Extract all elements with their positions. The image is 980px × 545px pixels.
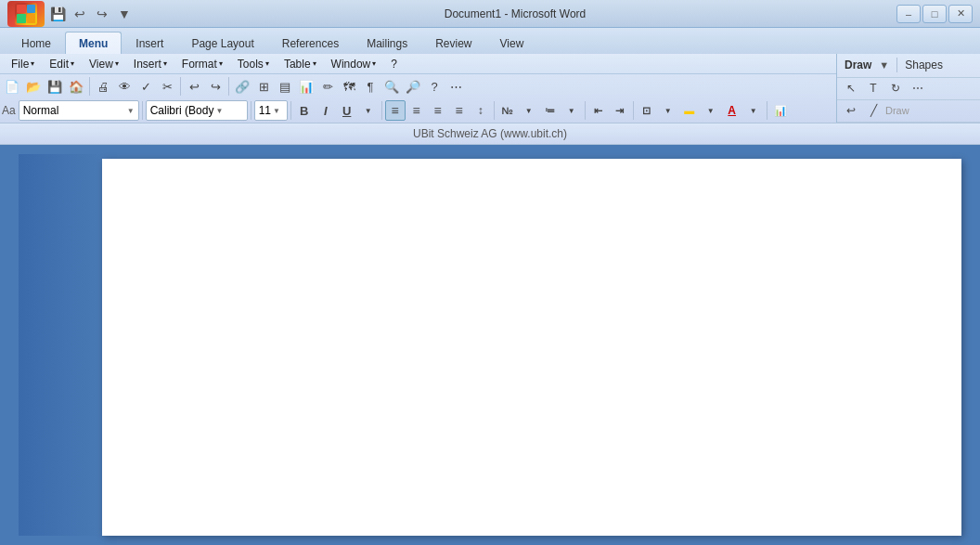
style-dropdown[interactable]: Normal ▼: [19, 100, 139, 121]
drawing-button[interactable]: ✏: [317, 76, 338, 97]
bold-button[interactable]: B: [294, 100, 315, 121]
qat-customize-button[interactable]: ▼: [115, 5, 134, 23]
qat-undo-button[interactable]: ↩: [71, 5, 89, 23]
menu-help[interactable]: ?: [383, 55, 405, 73]
menu-insert[interactable]: Insert ▾: [126, 55, 174, 73]
save-button[interactable]: 💾: [45, 76, 65, 97]
window-title: Document1 - Microsoft Word: [134, 7, 896, 20]
font-arrow-icon: ▼: [215, 107, 223, 115]
document-page[interactable]: [102, 159, 961, 536]
sep-style: [142, 101, 143, 120]
font-color-dropdown[interactable]: ▼: [743, 100, 764, 121]
font-color-button[interactable]: A: [722, 100, 742, 121]
italic-button[interactable]: I: [316, 100, 336, 121]
qat-save-button[interactable]: 💾: [48, 5, 67, 23]
highlight-button[interactable]: ▬: [679, 100, 700, 121]
logo-q4: [27, 14, 36, 23]
close-button[interactable]: ✕: [948, 5, 973, 23]
align-center-button[interactable]: ≡: [406, 100, 427, 121]
align-right-button[interactable]: ≡: [428, 100, 448, 121]
tab-references[interactable]: References: [268, 32, 353, 54]
tab-menu[interactable]: Menu: [65, 32, 122, 54]
size-dropdown[interactable]: 11 ▼: [254, 100, 288, 121]
menu-table[interactable]: Table ▾: [277, 55, 324, 73]
toolbar-row-2: Aa Normal ▼ Calibri (Body ▼ 11 ▼ B I U ▼: [0, 98, 980, 123]
redo-button[interactable]: ↪: [205, 76, 226, 97]
ribbon-area: File ▾ Edit ▾ View ▾ Insert ▾ Format ▾ T…: [0, 54, 980, 123]
menu-bar: File ▾ Edit ▾ View ▾ Insert ▾ Format ▾ T…: [0, 54, 980, 74]
sep-font: [251, 101, 251, 120]
zoom-in-button[interactable]: 🔎: [403, 76, 423, 97]
tab-insert[interactable]: Insert: [122, 32, 177, 54]
logo-q1: [17, 5, 26, 14]
spell-check-button[interactable]: ✓: [135, 76, 156, 97]
tab-page-layout[interactable]: Page Layout: [177, 32, 267, 54]
menu-file[interactable]: File ▾: [4, 55, 42, 73]
help-button[interactable]: ?: [424, 76, 445, 97]
office-button[interactable]: [7, 1, 45, 27]
draw-line-button[interactable]: ╱: [863, 100, 883, 121]
underline-dropdown[interactable]: ▼: [358, 100, 379, 121]
print-preview-button[interactable]: 👁: [114, 76, 135, 97]
new-button[interactable]: 📄: [2, 76, 22, 97]
bullets-button[interactable]: ≔: [540, 100, 561, 121]
numbering-button[interactable]: №: [497, 100, 518, 121]
borders-dropdown[interactable]: ▼: [658, 100, 678, 121]
line-spacing-button[interactable]: ↕: [471, 100, 491, 121]
formatting-button[interactable]: ¶: [360, 76, 380, 97]
menu-format[interactable]: Format ▾: [174, 55, 230, 73]
menu-tools[interactable]: Tools ▾: [230, 55, 277, 73]
document-area[interactable]: [0, 145, 980, 545]
highlight-dropdown[interactable]: ▼: [701, 100, 721, 121]
column-button[interactable]: ▤: [275, 76, 295, 97]
sep1: [89, 77, 90, 96]
draw-undo-button[interactable]: ↩: [841, 100, 861, 121]
size-value: 11: [259, 104, 271, 117]
maximize-button[interactable]: □: [922, 5, 947, 23]
cut-button[interactable]: ✂: [157, 76, 177, 97]
print-button[interactable]: 🖨: [93, 76, 113, 97]
align-left-button[interactable]: ≡: [385, 100, 406, 121]
borders-button[interactable]: ⊡: [637, 100, 657, 121]
find-button[interactable]: 🔍: [381, 76, 402, 97]
tab-mailings[interactable]: Mailings: [353, 32, 421, 54]
logo-q3: [17, 14, 26, 23]
numbering-dropdown[interactable]: ▼: [519, 100, 539, 121]
chart-button[interactable]: 📊: [296, 76, 316, 97]
draw-label: Draw: [845, 58, 871, 71]
qat-redo-button[interactable]: ↪: [93, 5, 111, 23]
ribbon-tab-bar: Home Menu Insert Page Layout References …: [0, 28, 980, 54]
align-justify-button[interactable]: ≡: [449, 100, 470, 121]
tools-arrow: ▾: [265, 59, 269, 68]
tab-view[interactable]: View: [486, 32, 538, 54]
menu-edit[interactable]: Edit ▾: [42, 55, 82, 73]
shapes-label: Shapes: [905, 58, 943, 71]
undo-button[interactable]: ↩: [184, 76, 204, 97]
draw-more-button[interactable]: ⋯: [908, 78, 928, 98]
right-panel-toolbar-1: ↖ T ↻ ⋯: [837, 78, 980, 100]
office-menu-button[interactable]: 🏠: [66, 76, 86, 97]
draw-text-button[interactable]: T: [863, 78, 883, 98]
chart-small-button[interactable]: 📊: [770, 100, 791, 121]
font-dropdown[interactable]: Calibri (Body ▼: [146, 100, 248, 121]
bullets-dropdown[interactable]: ▼: [561, 100, 582, 121]
draw-rotate-button[interactable]: ↻: [885, 78, 906, 98]
hyperlink-button[interactable]: 🔗: [232, 76, 252, 97]
table-button[interactable]: ⊞: [253, 76, 274, 97]
indent-decrease-button[interactable]: ⇤: [588, 100, 609, 121]
underline-button[interactable]: U: [337, 100, 357, 121]
doc-map-button[interactable]: 🗺: [339, 76, 359, 97]
app-window: 💾 ↩ ↪ ▼ Document1 - Microsoft Word – □ ✕…: [0, 0, 980, 545]
open-button[interactable]: 📂: [23, 76, 44, 97]
minimize-button[interactable]: –: [896, 5, 921, 23]
toolbar-row-1: 📄 📂 💾 🏠 🖨 👁 ✓ ✂ ↩ ↪ 🔗 ⊞ ▤ 📊 ✏ 🗺 ¶ 🔍 🔎 ? …: [0, 74, 980, 98]
more-btn[interactable]: ⋯: [445, 76, 466, 97]
menu-view[interactable]: View ▾: [82, 55, 126, 73]
menu-window[interactable]: Window ▾: [324, 55, 384, 73]
tab-review[interactable]: Review: [421, 32, 485, 54]
draw-dropdown-arrow[interactable]: ▼: [879, 59, 889, 71]
tab-home[interactable]: Home: [7, 32, 65, 54]
draw-select-button[interactable]: ↖: [841, 78, 861, 98]
indent-increase-button[interactable]: ⇥: [610, 100, 630, 121]
style-value: Normal: [23, 104, 59, 117]
